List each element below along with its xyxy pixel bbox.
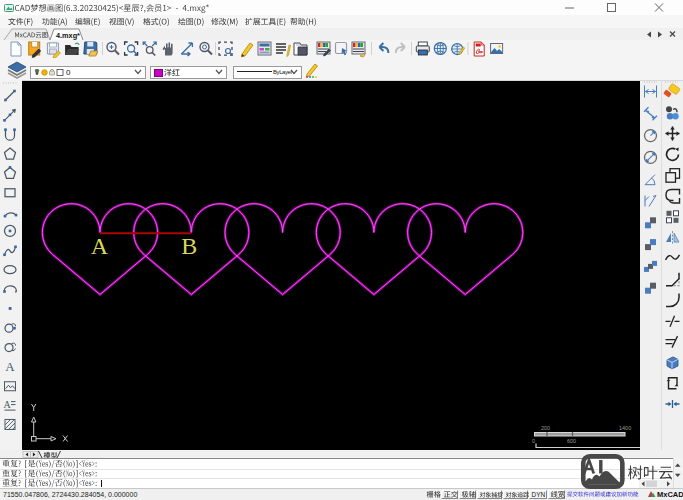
svg-text:A: A <box>5 359 15 374</box>
svg-text:1400: 1400 <box>619 425 631 431</box>
svg-text:0: 0 <box>532 438 535 444</box>
svg-text:A: A <box>91 233 109 259</box>
svg-text:A: A <box>3 399 11 410</box>
svg-text:B: B <box>181 233 197 259</box>
svg-text:200: 200 <box>541 425 550 431</box>
